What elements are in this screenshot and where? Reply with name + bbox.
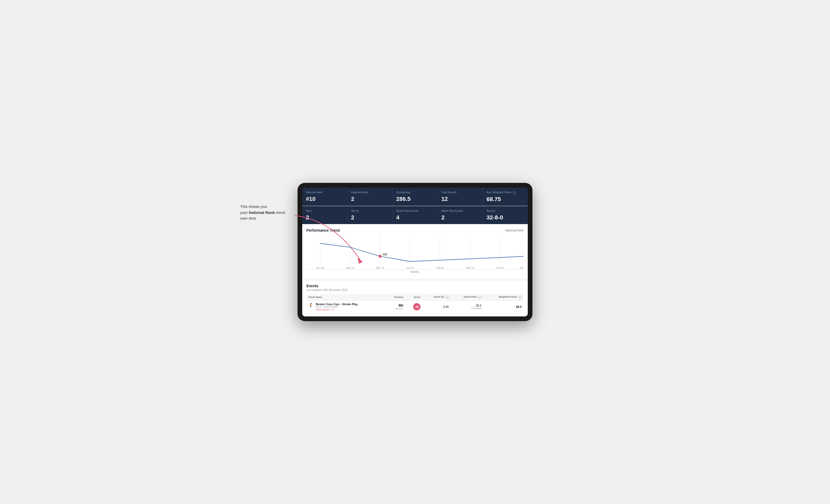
- col-position: Position: [385, 294, 405, 301]
- stat-national-rank-label: National Rank: [306, 191, 344, 194]
- svg-text:NOV 23: NOV 23: [346, 267, 354, 269]
- stat-avg-weighted-value: 68.75: [486, 196, 524, 203]
- stat-record-label: Record: [486, 209, 524, 212]
- event-weighted-points: 28.3: [516, 305, 521, 308]
- tablet-screen: National Rank #10 Regional Rank 2 Scorin…: [302, 188, 528, 316]
- annotation-text2: your: [240, 210, 249, 215]
- col-event-sg: Event SG i: [422, 294, 451, 301]
- annotation: This shows you your National Rank trend …: [240, 204, 292, 222]
- event-total-points-cell: 28.3 3 Rounds: [451, 300, 483, 313]
- col-total-points-text: Total Points: [464, 296, 477, 298]
- stats-row-1: National Rank #10 Regional Rank 2 Scorin…: [302, 188, 528, 206]
- svg-text:FEB 24: FEB 24: [436, 267, 444, 269]
- stat-record-value: 32-8-0: [486, 214, 524, 221]
- performance-header: Performance Trend National Rank: [307, 228, 523, 232]
- stat-stroke-play-value: 4: [396, 214, 434, 221]
- col-total-points: Total Points i: [451, 294, 483, 301]
- scene: This shows you your National Rank trend …: [297, 183, 533, 321]
- event-score-badge: -22: [413, 303, 420, 310]
- total-points-info-icon: i: [478, 296, 481, 299]
- stat-avg-weighted-points: Avg. Weighted Points i 68.75: [483, 188, 528, 206]
- stat-top3s: Top 3s 2: [347, 206, 392, 224]
- events-last-updated: Last updated: 24th November 2023: [307, 289, 523, 292]
- stat-record: Record 32-8-0: [483, 206, 528, 224]
- stat-regional-rank-label: Regional Rank: [351, 191, 389, 194]
- chevron-down-icon: ▼: [332, 309, 334, 311]
- stat-wins-value: 2: [306, 214, 344, 221]
- event-position-cell: 6th out of 7: [385, 300, 405, 313]
- table-row[interactable]: 🏌️ Buster Cozy Cup – Stroke Play Oct 9 –…: [307, 300, 523, 313]
- event-position: 6th: [388, 304, 403, 307]
- stat-top3s-label: Top 3s: [351, 209, 389, 212]
- event-score-cell: -22: [405, 300, 422, 313]
- stat-avg-weighted-label-text: Avg. Weighted Points: [486, 191, 511, 194]
- event-sg-info-icon: i: [446, 296, 449, 299]
- col-weighted-points-text: Weighted Points: [499, 296, 517, 298]
- event-sg-value: 0.45: [443, 305, 449, 308]
- performance-title: Performance Trend: [307, 228, 340, 232]
- events-table-header: Event Name Position Score Event SG i Tot…: [307, 294, 523, 301]
- stat-total-rounds-label: Total Rounds: [441, 191, 479, 194]
- event-total-rounds: 3 Rounds: [453, 307, 481, 310]
- svg-text:APR 24: APR 24: [496, 267, 504, 269]
- svg-text:#10: #10: [383, 253, 387, 256]
- months-axis-label: Months: [307, 271, 523, 274]
- event-total-points: 28.3: [453, 304, 481, 307]
- event-position-sub: out of 7: [388, 307, 403, 310]
- performance-chart: #10 OCT 23 NOV 23 DEC 23 JAN 24 FEB 24 M…: [307, 236, 523, 269]
- col-event-name: Event Name: [307, 294, 385, 301]
- stat-wins: Wins 2: [302, 206, 347, 224]
- events-title: Events: [307, 284, 523, 288]
- weighted-points-info-icon: i: [518, 296, 521, 299]
- stat-avg-weighted-label: Avg. Weighted Points i: [486, 191, 524, 194]
- events-table: Event Name Position Score Event SG i Tot…: [307, 294, 523, 313]
- svg-text:DEC 23: DEC 23: [376, 267, 384, 269]
- stat-regional-rank-value: 2: [351, 196, 389, 202]
- golf-icon: 🏌️: [309, 303, 314, 308]
- stat-national-rank-value: #10: [306, 196, 344, 202]
- performance-label: National Rank: [506, 229, 523, 232]
- stat-regional-rank: Regional Rank 2: [347, 188, 392, 206]
- stat-scoring-avg-value: 286.5: [396, 196, 434, 202]
- stats-row-2: Wins 2 Top 3s 2 Stroke Play Events 4 Mat…: [302, 206, 528, 224]
- annotation-text1: This shows you: [240, 204, 267, 209]
- svg-text:MAY 24: MAY 24: [520, 267, 523, 269]
- event-date: Oct 9 – Oct 10, 2023: [316, 306, 358, 308]
- stat-match-play-value: 2: [441, 214, 479, 221]
- stat-scoring-avg-label: Scoring Avg.: [396, 191, 434, 194]
- stat-total-rounds: Total Rounds 12: [438, 188, 483, 206]
- stat-match-play: Match Play Events 2: [438, 206, 483, 224]
- stat-national-rank: National Rank #10: [302, 188, 347, 206]
- stat-stroke-play-label: Stroke Play Events: [396, 209, 434, 212]
- stat-stroke-play: Stroke Play Events 4: [392, 206, 438, 224]
- event-name: Buster Cozy Cup – Stroke Play: [316, 303, 358, 306]
- svg-point-9: [379, 255, 381, 258]
- stat-wins-label: Wins: [306, 209, 344, 212]
- event-name-cell: 🏌️ Buster Cozy Cup – Stroke Play Oct 9 –…: [307, 300, 385, 313]
- event-rank-impact: Rank Impact: 3 ▼: [316, 308, 358, 311]
- rank-impact-text: Rank Impact: 3: [316, 308, 332, 311]
- svg-text:OCT 23: OCT 23: [316, 267, 324, 269]
- events-section: Events Last updated: 24th November 2023 …: [302, 279, 528, 316]
- svg-text:MAR 24: MAR 24: [466, 267, 474, 269]
- stat-scoring-avg: Scoring Avg. 286.5: [392, 188, 438, 206]
- stat-top3s-value: 2: [351, 214, 389, 221]
- col-event-sg-text: Event SG: [434, 296, 444, 298]
- avg-weighted-info-icon: i: [513, 191, 516, 194]
- svg-text:JAN 24: JAN 24: [406, 267, 414, 269]
- stat-match-play-label: Match Play Events: [441, 209, 479, 212]
- performance-section: Performance Trend National Rank: [302, 224, 528, 279]
- stat-total-rounds-value: 12: [441, 196, 479, 202]
- event-weighted-points-cell: 28.3: [483, 300, 523, 313]
- col-score: Score: [405, 294, 422, 301]
- col-weighted-points: Weighted Points i: [483, 294, 523, 301]
- chart-svg: #10 OCT 23 NOV 23 DEC 23 JAN 24 FEB 24 M…: [307, 236, 523, 269]
- tablet: National Rank #10 Regional Rank 2 Scorin…: [297, 183, 533, 321]
- annotation-bold: National Rank: [249, 210, 275, 215]
- event-sg-cell: 0.45: [422, 300, 451, 313]
